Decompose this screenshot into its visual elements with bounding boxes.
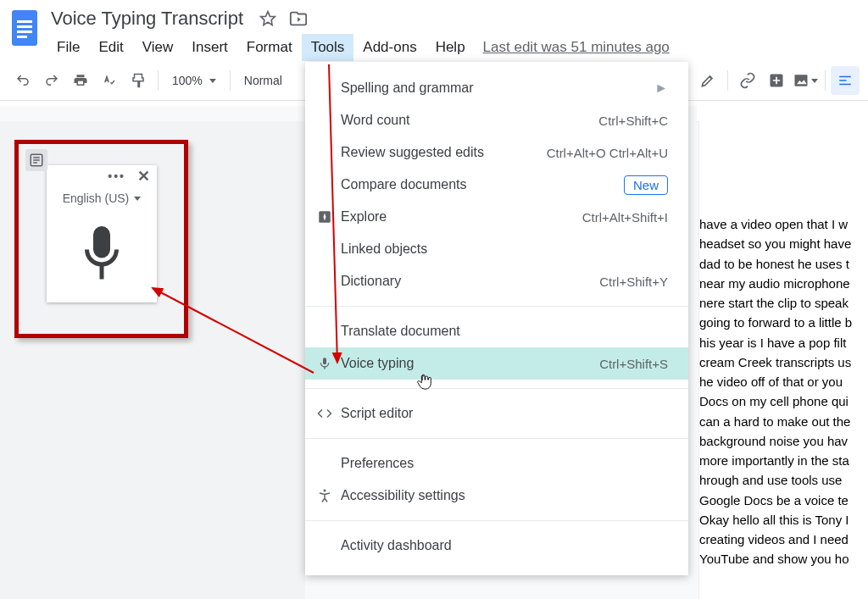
menu-shortcut: Ctrl+Shift+S bbox=[599, 357, 668, 371]
explore-icon bbox=[315, 208, 334, 226]
menu-insert[interactable]: Insert bbox=[182, 34, 237, 61]
star-icon[interactable] bbox=[259, 9, 277, 28]
last-edit-link[interactable]: Last edit was 51 minutes ago bbox=[475, 34, 678, 61]
menu-word-count[interactable]: Word count Ctrl+Shift+C bbox=[305, 104, 688, 136]
insert-link-button[interactable] bbox=[733, 66, 762, 95]
menu-voice-typing[interactable]: Voice typing Ctrl+Shift+S bbox=[305, 347, 688, 380]
menu-compare-documents[interactable]: Compare documents New bbox=[305, 169, 688, 201]
title-bar: Voice Typing Transcript File Edit View I… bbox=[0, 0, 868, 61]
separator bbox=[230, 70, 231, 91]
menu-shortcut: Ctrl+Shift+C bbox=[598, 114, 668, 128]
code-icon bbox=[315, 404, 334, 423]
document-title[interactable]: Voice Typing Transcript bbox=[47, 6, 247, 31]
menu-review-edits[interactable]: Review suggested edits Ctrl+Alt+O Ctrl+A… bbox=[305, 136, 688, 169]
menu-label: Linked objects bbox=[341, 241, 427, 257]
menu-format[interactable]: Format bbox=[237, 34, 302, 61]
body-line: hrough and use tools use bbox=[699, 470, 868, 490]
more-options-icon[interactable]: ••• bbox=[108, 169, 125, 183]
menu-label: Activity dashboard bbox=[341, 538, 452, 553]
ruler bbox=[697, 106, 868, 122]
body-line: Okay hello all this is Tony I bbox=[699, 510, 868, 530]
accessibility-icon bbox=[315, 486, 334, 505]
style-value: Normal bbox=[244, 74, 282, 87]
menu-shortcut: Ctrl+Alt+O Ctrl+Alt+U bbox=[547, 146, 668, 160]
body-line: background noise you hav bbox=[699, 431, 868, 451]
voice-microphone-button[interactable] bbox=[47, 209, 157, 302]
menu-translate-document[interactable]: Translate document bbox=[305, 315, 688, 347]
body-line: Google Docs be a voice te bbox=[699, 491, 868, 510]
menu-view[interactable]: View bbox=[133, 34, 183, 61]
spellcheck-button[interactable] bbox=[95, 66, 124, 95]
menu-label: Translate document bbox=[341, 324, 460, 339]
menu-label: Word count bbox=[341, 113, 410, 128]
body-line: going to forward to a little b bbox=[699, 313, 868, 332]
menu-label: Compare documents bbox=[341, 177, 467, 192]
svg-marker-5 bbox=[261, 12, 275, 25]
redo-button[interactable] bbox=[37, 66, 66, 95]
menu-label: Script editor bbox=[341, 406, 413, 421]
voice-language-dropdown[interactable]: English (US) bbox=[47, 187, 157, 209]
voice-language-label: English (US) bbox=[63, 191, 130, 205]
caret-down-icon bbox=[811, 79, 818, 83]
insert-image-button[interactable] bbox=[791, 66, 820, 95]
svg-rect-4 bbox=[17, 36, 27, 38]
align-left-button[interactable] bbox=[831, 66, 860, 95]
menu-separator bbox=[305, 306, 688, 307]
zoom-dropdown[interactable]: 100% bbox=[164, 74, 225, 87]
body-line: Docs on my cell phone qui bbox=[699, 391, 868, 411]
menu-separator bbox=[305, 520, 688, 521]
document-page[interactable]: have a video open that I w headset so yo… bbox=[698, 121, 868, 599]
caret-down-icon bbox=[134, 197, 141, 201]
body-line: dad to be honest he uses t bbox=[699, 254, 868, 274]
svg-point-14 bbox=[324, 490, 326, 492]
print-button[interactable] bbox=[66, 66, 95, 95]
menu-label: Dictionary bbox=[341, 274, 401, 289]
svg-rect-1 bbox=[17, 20, 32, 23]
menu-file[interactable]: File bbox=[47, 34, 89, 61]
cursor-hand-icon bbox=[415, 371, 434, 391]
add-comment-button[interactable] bbox=[762, 66, 791, 95]
menu-shortcut: Ctrl+Alt+Shift+I bbox=[582, 210, 668, 225]
menu-addons[interactable]: Add-ons bbox=[353, 34, 426, 61]
menu-spelling-grammar[interactable]: Spelling and grammar ► bbox=[305, 72, 688, 104]
menu-shortcut: Ctrl+Shift+Y bbox=[599, 275, 668, 289]
menu-accessibility-settings[interactable]: Accessibility settings bbox=[305, 480, 688, 512]
menu-preferences[interactable]: Preferences bbox=[305, 447, 688, 480]
menu-label: Review suggested edits bbox=[341, 145, 484, 160]
document-outline-button[interactable] bbox=[25, 149, 47, 171]
paint-format-button[interactable] bbox=[124, 66, 153, 95]
menu-script-editor[interactable]: Script editor bbox=[305, 397, 688, 430]
body-line: nere start the clip to speak bbox=[699, 293, 868, 313]
body-line: YouTube and show you ho bbox=[699, 549, 868, 568]
body-line: more importantly in the sta bbox=[699, 451, 868, 470]
menu-label: Voice typing bbox=[341, 356, 414, 371]
body-line: creating videos and I need bbox=[699, 530, 868, 549]
body-line: his year is I have a pop filt bbox=[699, 333, 868, 352]
move-folder-icon[interactable] bbox=[289, 9, 308, 28]
body-line: cream Creek transcripts us bbox=[699, 352, 868, 372]
menu-label: Accessibility settings bbox=[341, 488, 465, 503]
menu-help[interactable]: Help bbox=[426, 34, 475, 61]
menu-separator bbox=[305, 388, 688, 389]
caret-down-icon bbox=[209, 79, 216, 83]
menu-label: Preferences bbox=[341, 456, 414, 471]
zoom-value: 100% bbox=[172, 74, 203, 87]
separator bbox=[158, 70, 159, 91]
menu-activity-dashboard[interactable]: Activity dashboard bbox=[305, 530, 688, 562]
microphone-icon bbox=[315, 354, 334, 373]
styles-dropdown[interactable]: Normal bbox=[236, 74, 291, 87]
close-icon[interactable]: ✕ bbox=[137, 167, 150, 186]
highlight-marker-icon[interactable] bbox=[693, 66, 722, 95]
menu-tools[interactable]: Tools bbox=[302, 34, 354, 61]
menu-label: Explore bbox=[341, 209, 387, 225]
undo-button[interactable] bbox=[8, 66, 37, 95]
tools-menu: Spelling and grammar ► Word count Ctrl+S… bbox=[305, 62, 688, 575]
menu-edit[interactable]: Edit bbox=[89, 34, 132, 61]
body-line: he video off of that or you bbox=[699, 372, 868, 391]
voice-typing-widget[interactable]: ••• ✕ English (US) bbox=[47, 165, 157, 302]
menu-linked-objects[interactable]: Linked objects bbox=[305, 233, 688, 265]
menu-dictionary[interactable]: Dictionary Ctrl+Shift+Y bbox=[305, 265, 688, 297]
menu-label: Spelling and grammar bbox=[341, 80, 474, 96]
menu-explore[interactable]: Explore Ctrl+Alt+Shift+I bbox=[305, 201, 688, 233]
new-badge: New bbox=[624, 175, 668, 195]
